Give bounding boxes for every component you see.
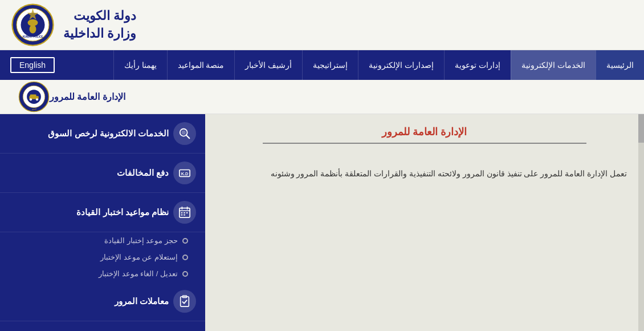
sidebar-label-driving-licenses: الخدمات الالكترونية لرخص السوق [9,128,169,139]
svg-rect-24 [181,212,183,213]
header-title-block: دولة الكويت وزارة الداخلية [63,7,136,43]
svg-text:K.D: K.D [181,171,189,176]
svg-rect-26 [186,212,188,213]
sub-item-inquiry-appointment[interactable]: إستعلام عن موعد الإختبار [0,249,205,265]
svg-point-4 [30,25,36,34]
svg-rect-11 [30,94,36,96]
sub-item-label-book: حجز موعد إختبار القيادة [104,236,178,245]
nav-item-publications[interactable]: إصدارات الإلكترونية [358,50,444,80]
content-divider [263,143,586,144]
sidebar-item-driving-test[interactable]: نظام مواعيد اختبار القيادة [0,193,205,232]
nav-item-appointments[interactable]: منصة المواعيد [167,50,235,80]
nav-item-strategy[interactable]: إستراتيجية [302,50,358,80]
svg-text:المرور: المرور [31,108,36,110]
sidebar-item-traffic-transactions[interactable]: معاملات المرور [0,282,205,321]
sub-item-label-modify: تعديل / الغاء موعد الإختبار [99,269,178,278]
search-magnifier-icon [173,122,196,145]
nav-item-feedback[interactable]: يهمنا رأيك [113,50,167,80]
nav-item-news-archive[interactable]: أرشيف الأخبار [234,50,302,80]
sidebar: الخدمات الالكترونية لرخص السوق K.D دفع ا… [0,114,205,331]
content-body: تعمل الإدارة العامة للمرور على تنفيذ قان… [222,167,627,181]
scrollbar-track[interactable] [638,114,644,331]
sub-header: الإدارة العامة للمرور المرور [0,80,644,114]
nav-item-electronic-services[interactable]: الخدمات الإلكترونية [511,50,596,80]
sub-item-circle-1 [182,238,188,244]
sub-header-title: الإدارة العامة للمرور [50,91,125,102]
svg-point-12 [30,98,32,100]
clipboard-check-icon [173,290,196,313]
header-title-line2: وزارة الداخلية [63,25,136,43]
content-title: الإدارة العامة للمرور [222,126,627,138]
traffic-dept-logo: المرور [18,81,50,112]
nav-item-awareness[interactable]: إدارات توعوية [444,50,511,80]
sub-item-circle-3 [182,271,188,277]
sub-item-modify-appointment[interactable]: تعديل / الغاء موعد الإختبار [0,265,205,282]
sidebar-label-pay-fines: دفع المخالفات [9,168,169,178]
svg-rect-29 [181,297,189,306]
svg-point-13 [36,98,38,100]
site-header: دولة الكويت وزارة الداخلية KUWAIT POLICE [0,0,644,50]
sub-item-label-inquiry: إستعلام عن موعد الإختبار [100,253,178,261]
sidebar-label-driving-test: نظام مواعيد اختبار القيادة [9,207,169,217]
svg-rect-25 [184,212,185,213]
nav-item-home[interactable]: الرئيسية [596,50,644,80]
sidebar-item-driving-licenses[interactable]: الخدمات الالكترونية لرخص السوق [0,114,205,154]
svg-point-17 [182,131,186,135]
svg-line-16 [186,135,190,139]
scrollbar-thumb[interactable] [638,114,644,143]
sub-item-book-appointment[interactable]: حجز موعد إختبار القيادة [0,232,205,249]
content-area: الإدارة العامة للمرور تعمل الإدارة العام… [205,114,644,331]
svg-rect-27 [181,215,183,216]
kuwait-police-logo: KUWAIT POLICE [11,3,54,46]
money-icon: K.D [173,162,196,184]
sidebar-label-traffic-transactions: معاملات المرور [9,296,169,306]
header-title-line1: دولة الكويت [63,7,136,25]
main-nav: الرئيسية الخدمات الإلكترونية إدارات توعو… [0,50,644,80]
calendar-grid-icon [173,201,196,224]
svg-rect-28 [184,215,185,216]
language-switch-area: English [0,50,65,80]
sub-item-circle-2 [182,255,188,260]
sidebar-item-pay-fines[interactable]: K.D دفع المخالفات [0,154,205,193]
language-button[interactable]: English [10,57,55,73]
svg-text:KUWAIT POLICE: KUWAIT POLICE [23,35,43,38]
main-content: الإدارة العامة للمرور تعمل الإدارة العام… [0,114,644,331]
